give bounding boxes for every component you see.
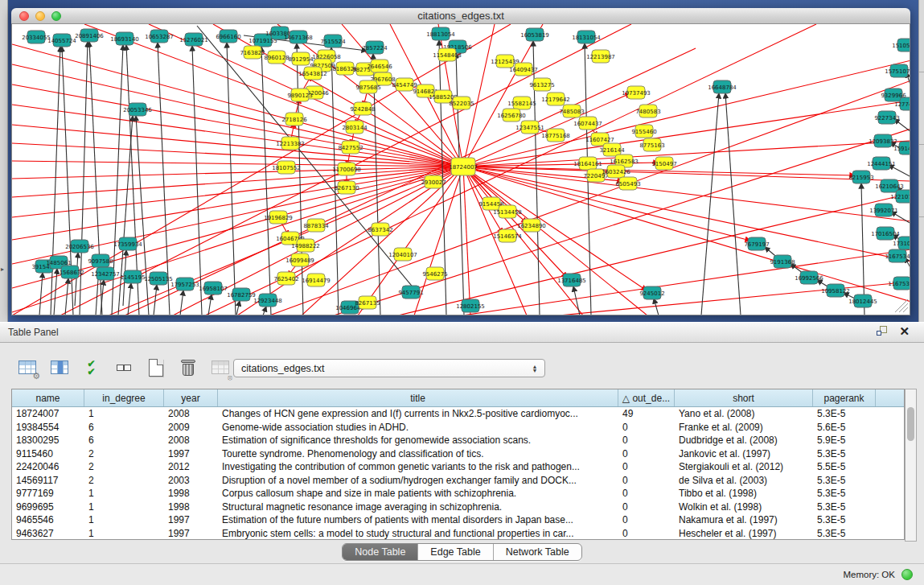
network-window[interactable]: citations_edges.txt 20334055140557242089… — [11, 8, 910, 315]
graph-node[interactable]: 7679197 — [744, 237, 769, 250]
row-height-icon[interactable] — [113, 356, 134, 378]
graph-node[interactable]: 12923448 — [253, 294, 282, 307]
network-canvas[interactable]: 2033405514055724208914061869314010653287… — [11, 24, 910, 315]
graph-node[interactable]: 20206536 — [65, 240, 94, 253]
table-panel-header[interactable]: Table Panel ✕ — [0, 322, 924, 343]
graph-node[interactable]: 15105374 — [892, 39, 910, 51]
graph-node[interactable]: 16648784 — [708, 80, 737, 93]
graph-node[interactable]: 13992071 — [869, 204, 898, 216]
column-header-name[interactable]: name — [12, 389, 84, 406]
minimize-window-icon[interactable] — [35, 11, 45, 21]
graph-node[interactable]: 12213987 — [586, 50, 615, 63]
graph-node[interactable]: 19196829 — [264, 211, 293, 224]
tab-node-table[interactable]: Node Table — [343, 544, 418, 560]
table-row[interactable]: 1456911722003Disruption of a novel membe… — [12, 474, 904, 488]
table-row[interactable]: 911546021997Tourette syndrome. Phenomeno… — [12, 447, 904, 461]
graph-node[interactable]: 8878334 — [303, 219, 329, 232]
table-row[interactable]: 1830029562008Estimation of significance … — [12, 434, 904, 447]
graph-node[interactable]: 12802155 — [456, 299, 485, 312]
graph-node[interactable]: 11675334 — [888, 277, 910, 290]
graph-node[interactable]: 20334055 — [22, 31, 51, 43]
graph-node[interactable]: 17359934 — [113, 237, 142, 250]
graph-node[interactable]: 8775163 — [639, 138, 664, 151]
graph-node[interactable]: 16914479 — [302, 274, 331, 286]
graph-node[interactable]: 18813054 — [426, 27, 455, 40]
panel-collapse-arrow-icon[interactable]: ▸ — [1, 266, 4, 273]
graph-node[interactable]: 10958122 — [821, 284, 850, 297]
close-window-icon[interactable] — [19, 11, 29, 21]
graph-node[interactable]: 17310203 — [893, 237, 910, 249]
graph-node[interactable]: 8267130 — [334, 181, 359, 194]
graph-node[interactable]: 16782759 — [227, 288, 256, 301]
graph-node[interactable]: 7515524 — [320, 35, 346, 47]
table-scrollbar[interactable] — [905, 389, 917, 542]
graph-node[interactable]: 9191368 — [770, 255, 795, 268]
graph-node[interactable]: 9242848 — [350, 102, 375, 115]
column-header-pagerank[interactable]: pagerank — [813, 389, 876, 406]
graph-node[interactable]: 9890123 — [287, 89, 312, 101]
graph-node[interactable]: 8522035 — [449, 97, 474, 109]
graph-node[interactable]: 7625402 — [273, 272, 298, 285]
column-header-in-degree[interactable]: in_degree — [84, 389, 164, 406]
graph-node[interactable]: 7485083 — [559, 105, 584, 117]
column-header-out-de-[interactable]: △ out_de... — [618, 389, 675, 406]
network-window-titlebar[interactable]: citations_edges.txt — [11, 8, 910, 24]
graph-node[interactable]: 8215953 — [848, 171, 873, 183]
column-header-title[interactable]: title — [218, 389, 618, 406]
column-header-short[interactable]: short — [675, 389, 813, 406]
graph-node[interactable]: 16958107 — [199, 282, 228, 295]
graph-node[interactable]: 9097588 — [88, 254, 113, 267]
graph-node[interactable]: 8960128 — [264, 51, 289, 64]
graph-node[interactable]: 2803144 — [342, 121, 368, 134]
zoom-window-icon[interactable] — [51, 11, 61, 21]
graph-node[interactable]: 1145195 — [120, 270, 145, 283]
graph-node[interactable]: 9457791 — [398, 286, 423, 299]
graph-node[interactable]: 8267135 — [355, 296, 380, 309]
graph-node[interactable]: 7480583 — [635, 105, 660, 117]
graph-node[interactable]: 10653287 — [145, 30, 174, 43]
graph-node[interactable]: 19737493 — [622, 86, 651, 99]
graph-node[interactable]: 9546275 — [422, 267, 447, 280]
graph-node[interactable]: 2930027 — [421, 175, 446, 188]
graph-node[interactable]: 15582145 — [507, 97, 536, 109]
graph-node[interactable]: 8637342 — [368, 223, 392, 236]
graph-node[interactable]: 9875685 — [355, 80, 380, 93]
graph-node[interactable]: 12040107 — [388, 248, 417, 261]
table-row[interactable]: 1938455462009Genome-wide association stu… — [12, 421, 904, 435]
column-header-year[interactable]: year — [164, 389, 218, 406]
table-select-dropdown[interactable]: citations_edges.txt ▲▼ — [233, 359, 545, 377]
graph-node[interactable]: 12179642 — [541, 93, 570, 105]
table-row[interactable]: 977716911998Corpus callosum shape and si… — [12, 487, 904, 501]
graph-node[interactable]: 7857224 — [362, 41, 388, 54]
table-row[interactable]: 1872400712008Changes of HCN gene express… — [12, 407, 904, 421]
graph-node[interactable]: 7163822 — [240, 46, 265, 59]
graph-node[interactable]: 9150497 — [651, 157, 676, 170]
table-row[interactable]: 969969511998Structural magnetic resonanc… — [12, 501, 904, 514]
tab-network-table[interactable]: Network Table — [494, 544, 581, 560]
graph-node[interactable]: 6966160 — [216, 30, 240, 43]
graph-node[interactable]: 8427552 — [338, 141, 363, 154]
table-mode-icon[interactable]: ⚙ — [16, 356, 38, 378]
graph-node[interactable]: 6505493 — [615, 177, 640, 190]
delete-column-icon[interactable] — [177, 356, 199, 378]
memory-status-icon[interactable] — [901, 569, 913, 580]
window-resize-grip[interactable] — [903, 307, 908, 312]
graph-node[interactable]: 16074437 — [573, 117, 602, 130]
graph-node[interactable]: 12347551 — [515, 121, 544, 134]
table-row[interactable]: 946554611997Estimation of the future num… — [12, 513, 904, 527]
table-row[interactable]: 2242004622012Investigating the contribut… — [12, 460, 904, 474]
graph-node[interactable]: 15276021 — [179, 33, 208, 46]
table-row[interactable]: 946362711997Embryonic stem cells: a mode… — [12, 527, 904, 541]
show-columns-icon[interactable] — [48, 356, 70, 378]
create-column-icon[interactable] — [145, 356, 166, 378]
graph-node[interactable]: 9227343 — [874, 111, 899, 124]
graph-node[interactable]: 9245012 — [639, 286, 664, 299]
graph-node[interactable]: 15146574 — [493, 229, 522, 242]
graph-node[interactable]: 13716485 — [557, 274, 586, 286]
graph-node[interactable]: 16256780 — [497, 109, 526, 122]
graph-node[interactable]: 17016504 — [871, 227, 900, 240]
float-panel-icon[interactable] — [877, 326, 888, 337]
tab-edge-table[interactable]: Edge Table — [418, 544, 493, 560]
close-panel-icon[interactable]: ✕ — [899, 326, 910, 337]
graph-node[interactable]: 2646546 — [367, 60, 392, 72]
